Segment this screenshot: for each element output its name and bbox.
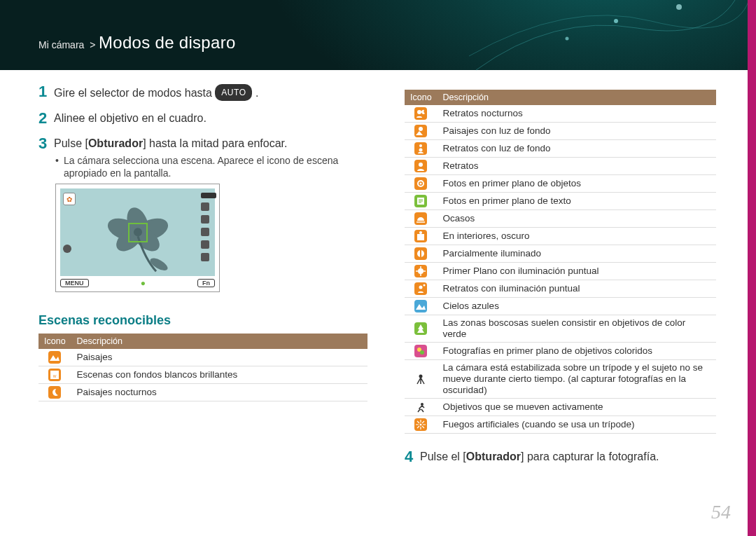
svg-point-47 xyxy=(421,403,424,406)
blue-sky-icon xyxy=(414,300,427,312)
table-row: Paisajes nocturnos xyxy=(38,384,368,401)
preview-right-icons xyxy=(201,193,212,261)
col-icon-header: Icono xyxy=(405,90,438,105)
col-desc-header: Descripción xyxy=(438,90,716,105)
tripod-icon xyxy=(414,373,427,385)
backlight-landscape-icon xyxy=(414,125,427,137)
table-row: La cámara está estabilizada sobre un trí… xyxy=(405,360,716,399)
spot-portrait-icon xyxy=(414,282,427,295)
sunset-icon xyxy=(414,212,427,225)
table-row: Ocasos xyxy=(405,210,716,228)
scene-description: Fotos en primer plano de texto xyxy=(438,193,716,210)
preview-area: ✿ xyxy=(60,188,215,276)
scene-description: En interiores, oscuro xyxy=(438,228,716,245)
preview-top-left-icons: ✿ xyxy=(63,193,80,253)
svg-point-19 xyxy=(419,127,423,131)
table-row: Retratos nocturnos xyxy=(405,105,716,123)
scene-description: Fuegos artificiales (cuando se usa un tr… xyxy=(438,416,716,434)
scene-description: Primer Plano con iluminación puntual xyxy=(438,263,716,280)
scene-description: Las zonas boscosas suelen consistir en o… xyxy=(438,315,716,343)
svg-point-49 xyxy=(420,424,422,426)
preview-status-icon xyxy=(201,253,209,261)
night-landscape-icon xyxy=(48,386,61,399)
svg-point-22 xyxy=(419,149,423,152)
table-row: Fotografías en primer plano de objetivos… xyxy=(405,343,716,360)
preview-status-icon xyxy=(201,193,216,198)
scene-description: Ocasos xyxy=(438,210,716,228)
preview-bottom-bar: MENU ● Fn xyxy=(60,277,215,289)
spot-macro-icon xyxy=(414,265,427,277)
right-column: Icono Descripción Retratos nocturnosPais… xyxy=(405,90,716,474)
step-1: 1 Gire el selector de modos hasta AUTO . xyxy=(38,84,374,101)
preview-status-icon xyxy=(201,215,209,224)
action-icon xyxy=(414,401,427,413)
white-scene-icon: W xyxy=(48,369,61,381)
step-number-2: 2 xyxy=(38,111,54,126)
scene-description: Retratos con luz de fondo xyxy=(438,140,716,158)
table-row: Fuegos artificiales (cuando se usa un tr… xyxy=(405,416,716,434)
preview-status-icon xyxy=(201,240,209,249)
backlight-portrait-icon xyxy=(414,142,427,155)
svg-point-27 xyxy=(420,183,422,185)
menu-button-illustration: MENU xyxy=(60,279,89,287)
svg-point-21 xyxy=(419,144,422,147)
table-row: Primer Plano con iluminación puntual xyxy=(405,263,716,280)
table-row: Cielos azules xyxy=(405,298,716,315)
page-number: 54 xyxy=(711,501,731,523)
scene-description: Paisajes nocturnos xyxy=(71,384,368,401)
svg-rect-32 xyxy=(417,234,424,240)
preview-status-icon xyxy=(201,228,209,236)
svg-point-46 xyxy=(419,375,423,378)
scene-description: Paisajes xyxy=(71,349,368,366)
table-row: Fotos en primer plano de texto xyxy=(405,193,716,210)
landscape-icon xyxy=(48,351,61,364)
scene-description: Objetivos que se mueven activamente xyxy=(438,399,716,416)
scene-macro-icon: ✿ xyxy=(63,193,76,205)
step-2-text: Alinee el objetivo en el cuadro. xyxy=(54,111,206,126)
green-nature-icon xyxy=(414,322,427,335)
night-portrait-icon xyxy=(414,107,427,120)
step-number-3: 3 xyxy=(38,136,54,151)
camera-preview-illustration: ✿ xyxy=(55,184,220,292)
step-3-bullet: La cámara selecciona una escena. Aparece… xyxy=(55,154,374,179)
step-1-text: Gire el selector de modos hasta AUTO . xyxy=(54,84,258,101)
section-heading: Escenas reconocibles xyxy=(38,313,374,328)
scene-description: Retratos nocturnos xyxy=(438,105,716,123)
svg-point-39 xyxy=(419,286,423,289)
scene-description: Fotos en primer plano de objetos xyxy=(438,175,716,193)
auto-mode-pill: AUTO xyxy=(215,84,252,101)
chevron-right-icon: > xyxy=(87,39,98,50)
page-title: Modos de disparo xyxy=(99,33,236,53)
step-3-text: Pulse [Obturador] hasta la mitad para en… xyxy=(54,136,287,151)
focus-dot-icon: ● xyxy=(141,278,146,288)
step-3: 3 Pulse [Obturador] hasta la mitad para … xyxy=(38,136,374,151)
scene-description: Escenas con fondos blancos brillantes xyxy=(71,366,368,384)
col-icon-header: Icono xyxy=(38,334,71,349)
svg-point-24 xyxy=(419,163,423,167)
table-row: Retratos con iluminación puntual xyxy=(405,280,716,298)
svg-text:W: W xyxy=(53,374,57,378)
scenes-table-right: Icono Descripción Retratos nocturnosPais… xyxy=(405,90,716,434)
portrait-icon xyxy=(414,160,427,172)
right-accent-bar xyxy=(748,0,756,536)
macro-text-icon xyxy=(414,195,427,207)
step-4: 4 Pulse el [Obturador] para capturar la … xyxy=(405,449,716,465)
scene-description: La cámara está estabilizada sobre un trí… xyxy=(438,360,716,399)
left-column: 1 Gire el selector de modos hasta AUTO .… xyxy=(38,84,374,401)
col-desc-header: Descripción xyxy=(71,334,368,349)
scene-description: Retratos xyxy=(438,158,716,175)
preview-status-icon xyxy=(201,202,209,211)
table-row: Retratos xyxy=(405,158,716,175)
step-2: 2 Alinee el objetivo en el cuadro. xyxy=(38,111,374,126)
focus-square-icon xyxy=(128,223,148,242)
table-row: Fotos en primer plano de objetos xyxy=(405,175,716,193)
macro-color-icon xyxy=(414,345,427,357)
macro-object-icon xyxy=(414,177,427,190)
table-row: WEscenas con fondos blancos brillantes xyxy=(38,366,368,384)
scene-description: Cielos azules xyxy=(438,298,716,315)
table-row: Objetivos que se mueven activamente xyxy=(405,399,716,416)
table-row: Retratos con luz de fondo xyxy=(405,140,716,158)
svg-point-33 xyxy=(419,231,422,234)
partial-light-icon xyxy=(414,247,427,260)
table-row: Parcialmente iluminado xyxy=(405,245,716,263)
